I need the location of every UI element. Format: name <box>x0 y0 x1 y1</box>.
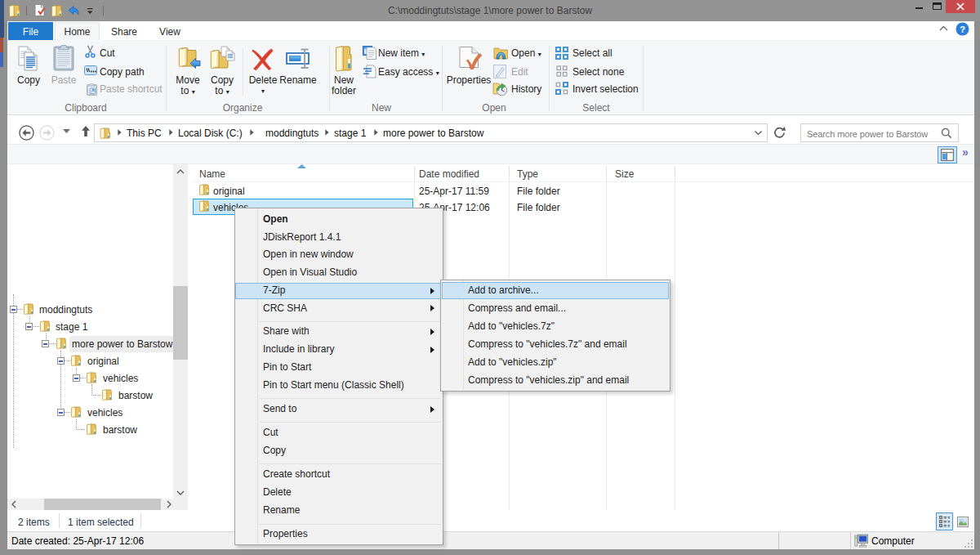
svg-text:?: ? <box>960 25 965 34</box>
